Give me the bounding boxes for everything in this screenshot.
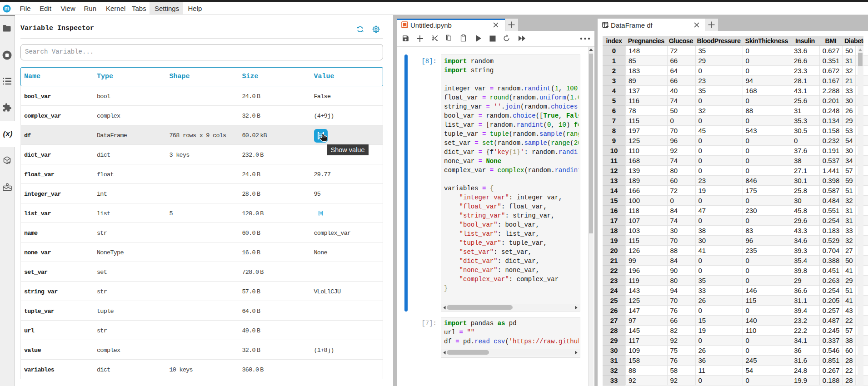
svg-text:m: m (4, 5, 9, 12)
